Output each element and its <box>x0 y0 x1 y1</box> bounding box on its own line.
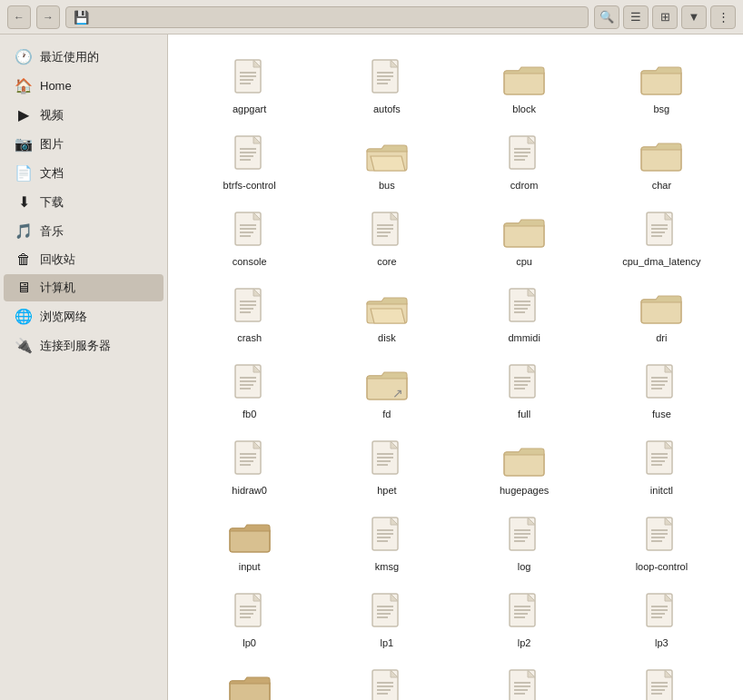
file-item[interactable]: bsg <box>595 49 728 122</box>
file-item[interactable]: kmsg <box>320 507 453 579</box>
forward-button[interactable]: → <box>36 5 60 29</box>
sidebar-item-trash[interactable]: 🗑 回收站 <box>4 246 163 273</box>
file-icon <box>502 514 546 557</box>
file-item[interactable]: cpu <box>458 202 591 274</box>
file-item[interactable]: initctl <box>595 430 728 503</box>
file-name: char <box>652 180 671 191</box>
file-icon <box>502 209 546 252</box>
file-item[interactable]: ↗ fd <box>320 354 453 427</box>
sidebar-label-computer: 计算机 <box>40 280 75 296</box>
sidebar-label-recent: 最近使用的 <box>40 49 99 65</box>
file-icon <box>639 56 683 100</box>
file-item[interactable]: hidraw0 <box>183 430 316 503</box>
file-icon <box>228 56 272 100</box>
file-item[interactable]: mem <box>458 659 591 700</box>
file-item[interactable]: console <box>183 202 316 274</box>
svg-rect-29 <box>641 147 681 171</box>
sidebar-icon-computer: 🖥 <box>15 280 33 296</box>
file-name: cdrom <box>510 180 539 191</box>
sidebar-item-downloads[interactable]: ⬇ 下载 <box>4 188 163 216</box>
file-name: block <box>512 104 536 114</box>
sidebar-item-computer[interactable]: 🖥 计算机 <box>4 274 163 301</box>
sidebar-item-server[interactable]: 🔌 连接到服务器 <box>4 331 163 360</box>
list-view-button[interactable]: ☰ <box>623 5 649 29</box>
file-icon <box>502 666 546 700</box>
sidebar-item-music[interactable]: 🎵 音乐 <box>4 217 163 245</box>
svg-rect-14 <box>641 71 681 94</box>
file-item[interactable]: lp3 <box>595 583 728 656</box>
file-item[interactable]: hugepages <box>458 430 591 503</box>
file-icon <box>639 361 683 405</box>
file-item[interactable]: disk <box>320 278 453 350</box>
file-item[interactable]: midi <box>595 659 728 700</box>
file-item[interactable]: char <box>595 125 728 198</box>
location-bar: 💾 <box>65 6 589 28</box>
file-item[interactable]: log <box>458 507 591 579</box>
file-name: dri <box>656 332 667 343</box>
sidebar: 🕐 最近使用的🏠 Home▶ 视频📷 图片📄 文档⬇ 下载🎵 音乐🗑 回收站🖥 … <box>0 35 168 700</box>
file-name: cpu_dma_latency <box>622 256 700 267</box>
sidebar-item-videos[interactable]: ▶ 视频 <box>4 101 163 129</box>
file-name: fuse <box>652 409 671 419</box>
sidebar-icon-documents: 📄 <box>15 164 33 182</box>
file-name: hugepages <box>500 485 549 496</box>
file-item[interactable]: cdrom <box>458 125 591 198</box>
file-item[interactable]: autofs <box>320 49 453 122</box>
file-item[interactable]: block <box>458 49 591 122</box>
file-icon <box>228 209 272 252</box>
file-name: bus <box>379 180 395 191</box>
file-item[interactable]: mcelog <box>320 659 453 700</box>
file-item[interactable]: crash <box>183 278 316 350</box>
svg-rect-99 <box>504 452 544 476</box>
file-item[interactable]: cpu_dma_latency <box>595 202 728 274</box>
file-item[interactable]: btrfs-control <box>183 125 316 198</box>
sidebar-item-home[interactable]: 🏠 Home <box>4 72 163 100</box>
search-button[interactable]: 🔍 <box>594 5 619 29</box>
file-icon <box>639 133 683 176</box>
file-item[interactable]: loop-control <box>595 507 728 579</box>
file-item[interactable]: dmmidi <box>458 278 591 350</box>
file-name: log <box>518 561 531 572</box>
titlebar: ← → 💾 🔍 ☰ ⊞ ▼ ⋮ <box>0 0 743 35</box>
sidebar-icon-server: 🔌 <box>15 337 33 354</box>
sidebar-item-network[interactable]: 🌐 浏览网络 <box>4 302 163 330</box>
menu-button[interactable]: ⋮ <box>710 5 736 29</box>
sidebar-icon-music: 🎵 <box>15 222 33 240</box>
file-name: input <box>239 561 261 572</box>
file-icon <box>365 514 409 557</box>
file-icon <box>365 285 409 329</box>
file-icon <box>502 285 546 329</box>
file-name: hidraw0 <box>232 485 267 496</box>
file-item[interactable]: agpgart <box>183 49 316 122</box>
file-item[interactable]: input <box>183 507 316 579</box>
file-item[interactable]: core <box>320 202 453 274</box>
file-name: lp2 <box>518 637 531 648</box>
back-button[interactable]: ← <box>7 5 31 29</box>
file-item[interactable]: lp1 <box>320 583 453 656</box>
file-item[interactable]: lp0 <box>183 583 316 656</box>
file-name: bsg <box>654 104 670 114</box>
file-item[interactable]: dri <box>595 278 728 350</box>
grid-view-button[interactable]: ⊞ <box>652 5 678 29</box>
file-item[interactable]: fuse <box>595 354 728 427</box>
file-item[interactable]: fb0 <box>183 354 316 427</box>
sidebar-item-pictures[interactable]: 📷 图片 <box>4 130 163 158</box>
sidebar-item-recent[interactable]: 🕐 最近使用的 <box>4 43 163 71</box>
file-name: initctl <box>650 485 673 496</box>
file-item[interactable]: full <box>458 354 591 427</box>
file-icon <box>502 361 546 405</box>
sidebar-item-documents[interactable]: 📄 文档 <box>4 159 163 187</box>
file-icon <box>228 285 272 329</box>
main-layout: 🕐 最近使用的🏠 Home▶ 视频📷 图片📄 文档⬇ 下载🎵 音乐🗑 回收站🖥 … <box>0 35 743 700</box>
sidebar-icon-recent: 🕐 <box>15 48 33 65</box>
file-icon <box>639 514 683 557</box>
sort-button[interactable]: ▼ <box>681 5 707 29</box>
file-item[interactable]: lp2 <box>458 583 591 656</box>
file-item[interactable]: hpet <box>320 430 453 503</box>
file-name: crash <box>237 332 262 343</box>
file-item[interactable]: mapper <box>183 659 316 700</box>
file-icon <box>228 514 272 557</box>
sidebar-icon-downloads: ⬇ <box>15 193 33 211</box>
file-item[interactable]: bus <box>320 125 453 198</box>
file-icon <box>228 666 272 700</box>
